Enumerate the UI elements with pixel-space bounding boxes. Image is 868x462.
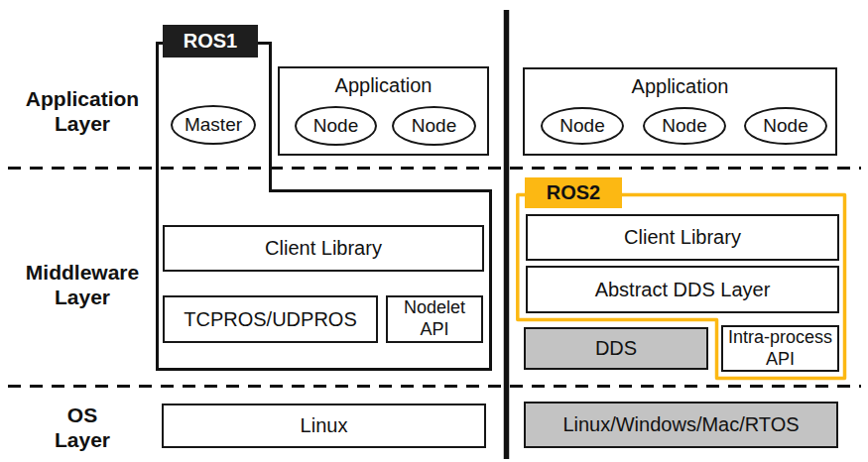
ros2-application-title: Application — [525, 75, 835, 98]
ros1-client-library-box: Client Library — [163, 225, 484, 272]
ros1-node-1: Node — [295, 106, 377, 146]
os-layer-label-line2: Layer — [8, 428, 157, 453]
middleware-layer-label-line2: Layer — [8, 286, 157, 310]
ros2-dds-box: DDS — [524, 327, 708, 370]
ros1-application-title: Application — [280, 74, 487, 97]
middleware-layer-label: Middleware Layer — [8, 261, 157, 310]
intra-process-api-line1: Intra-process — [728, 327, 832, 349]
ros2-application-box: Application Node Node Node — [523, 67, 837, 156]
os-layer-label: OS Layer — [8, 404, 157, 453]
ros1-transport-box: TCPROS/UDPROS — [163, 295, 378, 343]
nodelet-api-line1: Nodelet — [404, 297, 465, 319]
ros2-abstract-dds-box: Abstract DDS Layer — [526, 266, 839, 313]
ros-architecture-diagram: Application Layer Middleware Layer OS La… — [0, 0, 868, 462]
ros1-nodelet-api-box: Nodelet API — [386, 295, 483, 343]
ros1-os-box: Linux — [162, 404, 486, 448]
ros2-node-1: Node — [541, 107, 624, 145]
ros2-node-3: Node — [744, 107, 827, 145]
application-layer-label-line2: Layer — [8, 112, 157, 137]
intra-process-api-line2: API — [766, 349, 795, 371]
ros2-intra-process-api-box: Intra-process API — [721, 325, 839, 372]
middleware-layer-label-line1: Middleware — [8, 261, 157, 286]
ros1-application-box: Application Node Node — [278, 66, 489, 156]
nodelet-api-line2: API — [420, 319, 448, 341]
ros1-badge: ROS1 — [163, 25, 258, 58]
ros2-node-2: Node — [643, 107, 726, 145]
application-layer-label-line1: Application — [8, 87, 157, 112]
ros2-os-box: Linux/Windows/Mac/RTOS — [524, 402, 838, 448]
application-layer-label: Application Layer — [8, 87, 157, 137]
ros1-node-2: Node — [392, 106, 476, 146]
os-layer-label-line1: OS — [8, 404, 157, 428]
ros1-master-node: Master — [171, 105, 256, 145]
ros2-badge: ROS2 — [525, 177, 622, 208]
ros2-client-library-box: Client Library — [526, 214, 839, 261]
